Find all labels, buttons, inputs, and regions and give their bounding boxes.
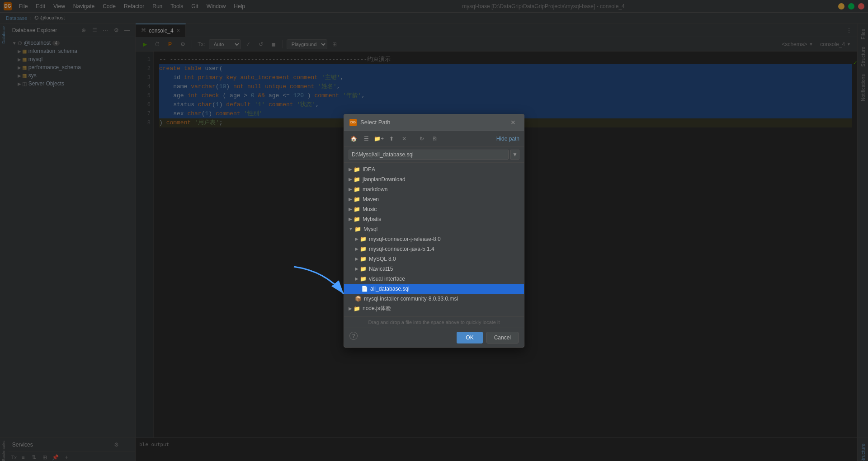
modal-buttons: ? OK Cancel: [344, 328, 524, 347]
modal-title: Select Path: [360, 119, 508, 126]
file-tree-item[interactable]: ▶📁visual interface: [344, 274, 524, 284]
file-tree-item[interactable]: ▶📁mysql-connector-java-5.1.4: [344, 244, 524, 254]
file-tree-item[interactable]: ▶📁Mybatis: [344, 214, 524, 224]
modal-app-icon: DG: [349, 119, 357, 126]
modal-clear-btn[interactable]: ✕: [399, 134, 409, 144]
modal-add-folder-btn[interactable]: 📁+: [374, 134, 384, 144]
path-input[interactable]: [349, 150, 509, 160]
file-tree-item[interactable]: ▶📁IDEA: [344, 165, 524, 174]
modal-titlebar: DG Select Path ✕: [344, 114, 524, 131]
file-tree-item[interactable]: ▶📁mysql-connector-j-release-8.0: [344, 234, 524, 244]
path-dropdown-btn[interactable]: ▼: [510, 150, 519, 160]
modal-overlay: DG Select Path ✕ 🏠 ☰ 📁+ ⬆ ✕ ↻ ⎘ Hide pat…: [0, 0, 868, 461]
ok-button[interactable]: OK: [457, 332, 482, 343]
file-tree: ▶📁IDEA▶📁jianpianDownload▶📁markdown▶📁Mave…: [344, 163, 524, 316]
modal-close-btn[interactable]: ✕: [508, 118, 519, 127]
file-tree-item[interactable]: ▶📁MySQL 8.0: [344, 254, 524, 264]
file-tree-item[interactable]: ▶📁markdown: [344, 184, 524, 194]
file-tree-item[interactable]: ▶📁jianpianDownload: [344, 174, 524, 184]
drop-hint: Drag and drop a file into the space abov…: [344, 316, 524, 328]
file-tree-item[interactable]: ▶📁Maven: [344, 194, 524, 204]
modal-up-btn[interactable]: ⬆: [387, 134, 396, 144]
select-path-modal: DG Select Path ✕ 🏠 ☰ 📁+ ⬆ ✕ ↻ ⎘ Hide pat…: [344, 114, 524, 348]
modal-home-btn[interactable]: 🏠: [349, 134, 359, 144]
modal-copy-btn[interactable]: ⎘: [429, 134, 439, 144]
file-tree-item[interactable]: 📄all_database.sql: [344, 284, 524, 294]
help-btn[interactable]: ?: [349, 332, 358, 340]
path-input-row: ▼: [344, 147, 524, 163]
file-tree-item[interactable]: ▶📁Navicat15: [344, 264, 524, 274]
modal-refresh-btn[interactable]: ↻: [417, 134, 427, 144]
file-tree-item[interactable]: 📦mysql-installer-community-8.0.33.0.msi: [344, 294, 524, 304]
modal-list-btn[interactable]: ☰: [361, 134, 371, 144]
file-tree-item[interactable]: ▼📁Mysql: [344, 224, 524, 234]
modal-toolbar: 🏠 ☰ 📁+ ⬆ ✕ ↻ ⎘ Hide path: [344, 131, 524, 147]
file-tree-item[interactable]: ▶📁node.js体验: [344, 304, 524, 314]
modal-hide-path-btn[interactable]: Hide path: [496, 136, 519, 142]
cancel-button[interactable]: Cancel: [486, 332, 519, 343]
file-tree-item[interactable]: ▶📁Music: [344, 204, 524, 214]
